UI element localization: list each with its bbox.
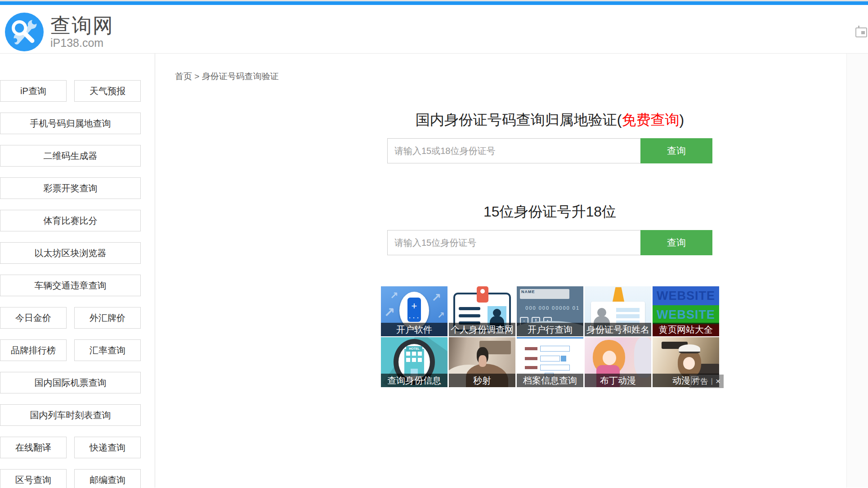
ad-thumb-yellow-pages[interactable]: WEBSITE WEBSITE 黄页网站大全 [653, 286, 719, 336]
ad-caption: 查询身份信息 [381, 374, 447, 387]
ad-caption: 黄页网站大全 [653, 323, 719, 336]
website-text: WEBSITE [653, 305, 719, 324]
ad-badge-label[interactable]: 广告 [693, 376, 708, 387]
main-content: 首页 > 身份证号码查询验证 国内身份证号码查询归属地验证(免费查询) 查询 1… [155, 54, 868, 488]
calendar-icon[interactable] [855, 27, 867, 37]
breadcrumb-current: 身份证号码查询验证 [202, 72, 279, 81]
breadcrumb: 首页 > 身份证号码查询验证 [175, 71, 279, 82]
site-logo[interactable]: 查询网 iP138.com [4, 12, 114, 52]
id-number-input[interactable] [387, 138, 640, 163]
title-highlight: 免费查询 [622, 112, 680, 128]
arrow-icon: ↗ [390, 290, 398, 302]
ad-thumb-personal-id-investigation[interactable]: 个人身份调查网 [449, 286, 515, 336]
sidebar-item-qrcode-generator[interactable]: 二维码生成器 [0, 145, 141, 167]
sidebar-item-ip-query[interactable]: iP查询 [0, 80, 67, 102]
ad-thumb-account-software[interactable]: ↗ ↗ ↗ ↗ + • • • 开户软件 [381, 286, 447, 336]
arrow-icon: ↗ [384, 304, 395, 320]
ad-caption: 档案信息查询 [517, 374, 583, 387]
sidebar-item-weather[interactable]: 天气预报 [74, 80, 141, 102]
ad-grid: ↗ ↗ ↗ ↗ + • • • 开户软件 [381, 286, 719, 388]
ad-caption: 个人身份调查网 [449, 323, 515, 336]
ad-thumb-id-and-name[interactable]: 身份证号和姓名 [585, 286, 651, 336]
sidebar-item-lottery[interactable]: 彩票开奖查询 [0, 177, 141, 199]
logo-title: 查询网 [50, 15, 114, 36]
title-suffix: ) [680, 112, 685, 128]
sidebar-item-eth-explorer[interactable]: 以太坊区块浏览器 [0, 242, 141, 264]
captain-hat-icon [679, 344, 700, 353]
website-text: WEBSITE [653, 286, 719, 305]
upgrade-title: 15位身份证号升18位 [387, 202, 712, 222]
breadcrumb-separator: > [194, 72, 199, 81]
breadcrumb-home-link[interactable]: 首页 [175, 72, 192, 81]
ad-caption: 秒射 [449, 374, 515, 387]
site-header: 查询网 iP138.com [0, 5, 868, 54]
ad-caption: 布丁动漫 [585, 374, 651, 387]
id15-input[interactable] [387, 230, 640, 255]
name-label: NAME [521, 289, 535, 294]
sidebar-item-postal-code[interactable]: 邮编查询 [74, 469, 141, 488]
ad-caption: 开户行查询 [517, 323, 583, 336]
arrow-icon: ↗ [437, 310, 445, 321]
ad-thumb-bank-branch-query[interactable]: NAME 000 000 00000 01 ◦ ! ▲ 开户行查询 [517, 286, 583, 336]
id-check-query-button[interactable]: 查询 [640, 138, 712, 163]
id-upgrade-query-button[interactable]: 查询 [640, 230, 712, 255]
person-silhouette-icon [597, 308, 606, 317]
arrow-icon: ↗ [431, 291, 441, 305]
sidebar-item-flight-ticket[interactable]: 国内国际机票查询 [0, 372, 141, 393]
card-number: 000 000 00000 01 [525, 305, 580, 311]
ad-thumb-pudding-anime[interactable]: 布丁动漫 [585, 337, 651, 387]
ad-badge: 广告 | × [689, 375, 724, 388]
logo-subtitle: iP138.com [50, 36, 114, 49]
phone-icon: + • • • [407, 298, 421, 322]
sidebar-item-traffic-violation[interactable]: 车辆交通违章查询 [0, 275, 141, 296]
sidebar-item-exchange-rate[interactable]: 汇率查询 [74, 339, 141, 361]
page-title: 国内身份证号码查询归属地验证(免费查询) [387, 110, 712, 130]
sidebar-item-brand-ranking[interactable]: 品牌排行榜 [0, 339, 67, 361]
top-accent-bar [0, 1, 868, 5]
ad-thumb-identity-info-query[interactable]: HOTEL 查询身份信息 [381, 337, 447, 387]
hotel-sign: HOTEL [406, 346, 422, 352]
ad-caption: 开户软件 [381, 323, 447, 336]
ad-thumb-photo[interactable]: 秒射 [449, 337, 515, 387]
id-check-form: 查询 [387, 138, 712, 163]
sidebar-item-area-code[interactable]: 区号查询 [0, 469, 67, 488]
sidebar-item-express-tracking[interactable]: 快递查询 [74, 437, 141, 458]
sidebar-item-train-schedule[interactable]: 国内列车时刻表查询 [0, 404, 141, 426]
title-text: 国内身份证号码查询归属地验证( [416, 112, 622, 128]
sidebar-item-gold-price[interactable]: 今日金价 [0, 307, 67, 329]
ad-close-icon[interactable]: × [716, 376, 720, 386]
ad-caption: 身份证号和姓名 [585, 323, 651, 336]
sidebar-item-translate[interactable]: 在线翻译 [0, 437, 67, 458]
sidebar: iP查询 天气预报 手机号码归属地查询 二维码生成器 彩票开奖查询 体育比赛比分… [0, 54, 155, 488]
sidebar-item-forex-price[interactable]: 外汇牌价 [74, 307, 141, 329]
ad-thumb-archive-info-query[interactable]: 档案信息查询 [517, 337, 583, 387]
wrench-magnifier-icon [4, 12, 44, 52]
sidebar-item-phone-location[interactable]: 手机号码归属地查询 [0, 113, 141, 134]
id-upgrade-form: 查询 [387, 230, 712, 255]
sidebar-item-sports-score[interactable]: 体育比赛比分 [0, 210, 141, 231]
